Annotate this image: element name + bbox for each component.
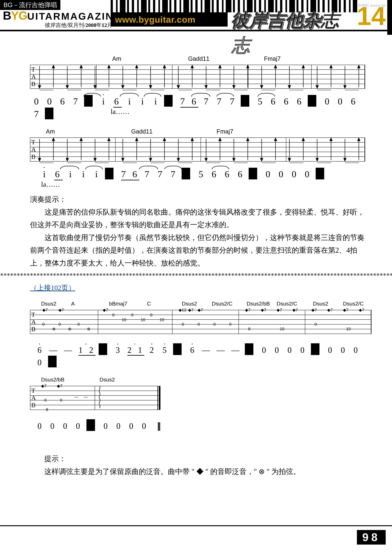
chord-label: Dsus2	[100, 377, 115, 383]
svg-text:◆7: ◆7	[57, 384, 62, 388]
svg-text:◆7: ◆7	[198, 308, 203, 312]
magazine-title: BYGUITARMAGAZINE	[3, 9, 121, 22]
svg-text:B: B	[31, 80, 36, 88]
svg-marker-21	[66, 85, 69, 88]
chord-label: Gadd11	[131, 128, 153, 135]
svg-text:◆7: ◆7	[292, 308, 298, 312]
svg-text:◆7: ◆7	[42, 308, 48, 312]
svg-text:0: 0	[78, 322, 80, 327]
header-side-stroke	[387, 0, 392, 35]
svg-marker-140	[316, 158, 319, 161]
svg-marker-53	[246, 65, 249, 68]
svg-marker-117	[191, 138, 193, 141]
svg-text:T: T	[31, 311, 35, 318]
lyric-2: la……	[41, 180, 60, 189]
section-divider: ****************************************…	[0, 272, 392, 279]
performance-hint-2: 提示： 这样调弦主要是为了保留原曲的泛音。曲中带 " ◆ " 的音即泛音，" ⊗…	[44, 453, 360, 478]
svg-marker-115	[177, 158, 179, 161]
svg-text:—: —	[74, 394, 78, 399]
svg-text:8: 8	[112, 313, 114, 317]
svg-text:◆7: ◆7	[58, 308, 64, 312]
svg-marker-63	[302, 65, 305, 68]
svg-text:8: 8	[248, 327, 250, 331]
svg-text:0: 0	[60, 398, 62, 402]
svg-text:◆7: ◆7	[343, 308, 348, 312]
chinese-title-text: 彼岸吉他杂志	[231, 10, 339, 30]
svg-text:⊗: ⊗	[68, 327, 71, 331]
svg-marker-122	[219, 138, 221, 141]
svg-marker-46	[205, 85, 207, 88]
svg-text:◆7: ◆7	[103, 308, 108, 312]
number-notation-4: 0 0 0 0 0 0 0 0 ‖	[36, 419, 164, 431]
chord-label: bBmaj7	[109, 301, 127, 307]
svg-text:0: 0	[44, 398, 46, 402]
svg-marker-43	[191, 65, 193, 68]
number-notation-2: i 6 i i i 7 6 7 7 7 5 6 6 6 0 0 0 0	[41, 168, 367, 180]
svg-marker-145	[344, 158, 346, 161]
svg-text:◆7: ◆7	[188, 308, 193, 312]
svg-marker-112	[163, 138, 166, 141]
chord-label: C	[147, 301, 151, 307]
issue-pre: 彼岸吉他/双月刊/	[45, 22, 86, 28]
svg-marker-18	[52, 65, 55, 68]
svg-text:0: 0	[42, 322, 45, 327]
svg-marker-90	[38, 158, 41, 161]
svg-marker-92	[52, 138, 55, 141]
svg-marker-100	[94, 158, 96, 161]
svg-text:T: T	[31, 139, 35, 146]
svg-text:8: 8	[131, 313, 133, 317]
hint-title: 演奏提示：	[30, 193, 367, 206]
chord-label: Gadd11	[188, 55, 209, 62]
svg-text:10: 10	[346, 327, 351, 331]
chord-label: Dsus2/C	[277, 301, 297, 307]
svg-marker-73	[357, 65, 360, 68]
magazine-header: BG－流行吉他弹唱 BYGUITARMAGAZINE 彼岸吉他/双月刊/2008…	[0, 0, 392, 35]
svg-text:8: 8	[46, 407, 48, 412]
svg-marker-68	[330, 65, 332, 68]
chord-label: Dsus2	[41, 301, 56, 307]
brand-b: B	[3, 9, 11, 22]
number-notation-3: 6 — — 1 2 3 2 1 2 5 6 — — — 0 0 0 0 0 0 …	[36, 343, 371, 367]
svg-text:10: 10	[160, 317, 164, 322]
svg-text:0: 0	[229, 322, 231, 327]
svg-marker-58	[274, 65, 277, 68]
tab-staff-2: T A B	[30, 136, 365, 163]
svg-text:A: A	[31, 394, 36, 401]
svg-marker-120	[205, 158, 207, 161]
svg-text:10: 10	[122, 317, 126, 322]
svg-marker-107	[135, 138, 138, 141]
chord-label: A	[71, 301, 75, 307]
hint-paragraph: 这是痛苦的信仰乐队新专辑的同名歌曲。痛仰的这张专辑风格改变了很多，变得轻柔、悦耳…	[30, 206, 367, 231]
svg-marker-31	[121, 85, 124, 88]
svg-marker-33	[135, 65, 138, 68]
svg-text:⊗: ⊗	[52, 327, 56, 331]
svg-text:B: B	[31, 326, 36, 333]
svg-marker-130	[260, 158, 263, 161]
chord-label: Dsus2/C	[212, 301, 232, 307]
performance-hint-1: 演奏提示： 这是痛苦的信仰乐队新专辑的同名歌曲。痛仰的这张专辑风格改变了很多，变…	[30, 193, 367, 270]
svg-marker-97	[80, 138, 82, 141]
svg-marker-16	[38, 85, 41, 88]
svg-text:10: 10	[280, 327, 284, 331]
svg-text:0: 0	[198, 322, 200, 327]
brand-y: Y	[11, 9, 18, 22]
hint-body: 这样调弦主要是为了保留原曲的泛音。曲中带 " ◆ " 的音即泛音，" ⊗ " 为…	[44, 465, 360, 478]
issue-year: 2008	[86, 22, 96, 28]
svg-text:10: 10	[141, 317, 145, 322]
svg-marker-137	[302, 138, 305, 141]
svg-marker-26	[94, 85, 96, 88]
svg-marker-142	[330, 138, 332, 141]
chord-label: Am	[112, 55, 121, 62]
svg-text:A: A	[31, 146, 36, 153]
header-rule	[0, 30, 392, 31]
svg-text:T: T	[31, 387, 35, 394]
lyric-1: la……	[111, 108, 130, 116]
svg-text:T: T	[31, 66, 35, 73]
svg-marker-102	[108, 138, 110, 141]
svg-text:◆7: ◆7	[327, 308, 333, 312]
svg-text:⊗: ⊗	[87, 327, 90, 331]
svg-text:0: 0	[314, 322, 317, 327]
svg-marker-110	[149, 158, 152, 161]
svg-marker-135	[288, 158, 291, 161]
issue-mid: 年	[96, 22, 102, 28]
